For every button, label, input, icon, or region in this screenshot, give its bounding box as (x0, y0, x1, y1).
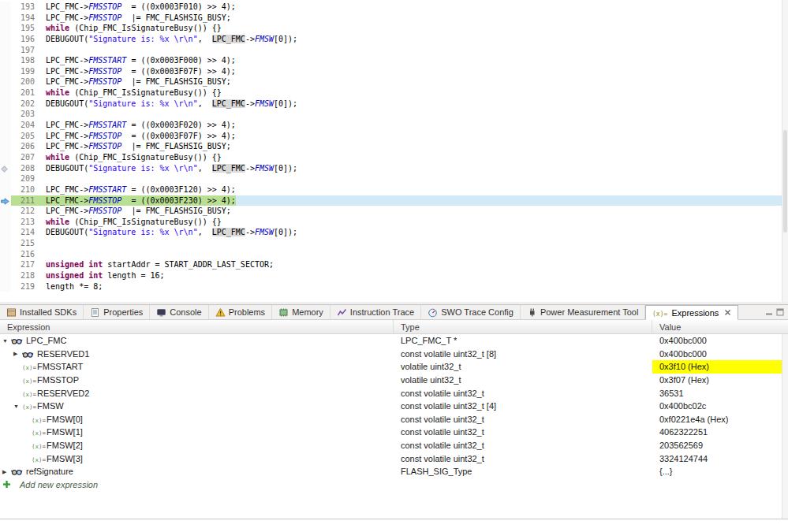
add-new-expression-row[interactable]: Add new expression (0, 478, 788, 492)
variable-icon: (x)= (22, 375, 36, 385)
tab-label: Problems (229, 307, 265, 317)
type-cell: const volatile uint32_t (394, 386, 652, 400)
code-line-219[interactable]: 219length *= 8; (0, 281, 788, 292)
code-line-201[interactable]: 201while (Chip_FMC_IsSignatureBusy()) {} (0, 87, 788, 99)
tab-installed-sdks[interactable]: Installed SDKs (0, 305, 84, 319)
code-line-195[interactable]: 195while (Chip_FMC_IsSignatureBusy()) {} (0, 23, 788, 34)
collapse-arrow-icon[interactable]: ▼ (13, 404, 22, 409)
svg-text:(x)=: (x)= (22, 364, 36, 371)
marker-margin (0, 23, 11, 34)
code-token: LPC_FMC-> (46, 77, 88, 86)
value-cell: 0x400bc000 (652, 348, 788, 361)
code-line-203[interactable]: 203 (0, 109, 788, 120)
expression-row-fmsstart[interactable]: (x)=FMSSTARTvolatile uint32_t0x3f10 (Hex… (0, 360, 788, 374)
code-line-202[interactable]: 202DEBUGOUT("Signature is: %x \r\n", LPC… (0, 99, 788, 110)
code-line-198[interactable]: 198LPC_FMC->FMSSTART = ((0x0003F000) >> … (0, 55, 788, 66)
variable-icon: (x)= (32, 454, 46, 463)
tab-memory[interactable]: Memory (272, 305, 331, 319)
line-number: 197 (11, 45, 42, 56)
code-token: [0]); (274, 164, 297, 173)
code-text: unsigned int length = 16; (42, 270, 165, 281)
line-number: 200 (11, 76, 42, 87)
code-line-204[interactable]: 204LPC_FMC->FMSSTART = ((0x0003F020) >> … (0, 120, 788, 131)
expression-row-lpc-fmc[interactable]: ▼LPC_FMCLPC_FMC_T *0x400bc000 (0, 334, 788, 348)
tab-swo-trace-config[interactable]: SWO Trace Config (421, 305, 521, 319)
marker-margin (0, 45, 11, 56)
value-cell: 0x3f07 (Hex) (652, 374, 788, 387)
collapse-arrow-icon[interactable]: ▼ (2, 338, 11, 344)
code-line-194[interactable]: 194LPC_FMC->FMSSTOP |= FMC_FLASHSIG_BUSY… (0, 13, 788, 24)
table-scrollbar[interactable] (782, 334, 788, 519)
editor-scrollbar-thumb[interactable] (783, 130, 787, 233)
expression-row-fmsstop[interactable]: (x)=FMSSTOPvolatile uint32_t0x3f07 (Hex) (0, 374, 788, 387)
code-line-218[interactable]: 218unsigned int length = 16; (0, 270, 788, 281)
editor-scrollbar[interactable] (782, 0, 788, 302)
expression-cell: ▶RESERVED1 (0, 348, 394, 361)
expand-arrow-icon[interactable]: ▶ (13, 351, 22, 356)
view-controls (761, 305, 788, 319)
expression-row-fmsw[interactable]: ▼(x)=FMSWconst volatile uint32_t [4]0x40… (0, 400, 788, 413)
code-line-197[interactable]: 197 (0, 45, 788, 56)
expression-row-reserved2[interactable]: (x)=RESERVED2const volatile uint32_t3653… (0, 386, 788, 400)
line-number: 208 (11, 163, 42, 174)
tab-power-measurement-tool[interactable]: Power Measurement Tool (521, 305, 646, 319)
code-editor[interactable]: 193LPC_FMC->FMSSTOP = ((0x0003F010) >> 4… (0, 0, 788, 302)
tab-expressions[interactable]: (x)=Expressions (645, 305, 738, 320)
code-text: length *= 8; (42, 281, 103, 292)
line-number: 194 (11, 13, 42, 24)
code-line-205[interactable]: 205LPC_FMC->FMSSTOP = ((0x0003F07F) >> 4… (0, 131, 788, 142)
code-line-215[interactable]: 215 (0, 238, 788, 249)
tab-instruction-trace[interactable]: Instruction Trace (331, 305, 421, 319)
expression-row-refsignature[interactable]: ▶refSignatureFLASH_SIG_Type{...} (0, 465, 788, 478)
marker-margin (0, 55, 11, 66)
code-token: length *= 8; (46, 282, 103, 291)
svg-text:(x)=: (x)= (22, 390, 36, 397)
expression-row-fmsw-3[interactable]: (x)=FMSW[3]const volatile uint32_t332412… (0, 452, 788, 465)
code-token: FMSSTOP (88, 67, 121, 76)
code-line-207[interactable]: 207while (Chip_FMC_IsSignatureBusy()) {} (0, 152, 788, 163)
expression-row-fmsw-0[interactable]: (x)=FMSW[0]const volatile uint32_t0xf022… (0, 413, 788, 426)
tab-console[interactable]: Console (150, 305, 208, 319)
svg-text:(x)=: (x)= (32, 430, 46, 437)
code-line-212[interactable]: 212LPC_FMC->FMSSTOP |= FMC_FLASHSIG_BUSY… (0, 206, 788, 217)
expression-row-fmsw-1[interactable]: (x)=FMSW[1]const volatile uint32_t406232… (0, 426, 788, 439)
type-cell: const volatile uint32_t (394, 452, 652, 465)
expand-arrow-icon[interactable]: ▶ (2, 469, 11, 474)
tab-properties[interactable]: Properties (84, 305, 150, 319)
code-line-210[interactable]: 210LPC_FMC->FMSSTART = ((0x0003F120) >> … (0, 184, 788, 195)
column-header-expression[interactable]: Expression (0, 320, 394, 333)
close-icon[interactable] (724, 309, 731, 316)
code-line-193[interactable]: 193LPC_FMC->FMSSTOP = ((0x0003F010) >> 4… (0, 2, 788, 13)
code-line-208[interactable]: 208DEBUGOUT("Signature is: %x \r\n", LPC… (0, 163, 788, 174)
code-line-199[interactable]: 199LPC_FMC->FMSSTOP = ((0x0003F07F) >> 4… (0, 66, 788, 77)
code-line-211[interactable]: 211LPC_FMC->FMSSTOP = ((0x0003F230) >> 4… (0, 195, 788, 206)
maximize-icon[interactable] (776, 305, 784, 319)
minimize-icon[interactable] (765, 305, 773, 319)
code-line-213[interactable]: 213while (Chip_FMC_IsSignatureBusy()) {} (0, 217, 788, 228)
code-token: |= FMC_FLASHSIG_BUSY; (121, 142, 230, 151)
code-line-214[interactable]: 214DEBUGOUT("Signature is: %x \r\n", LPC… (0, 227, 788, 238)
code-line-209[interactable]: 209 (0, 173, 788, 184)
column-header-type[interactable]: Type (394, 320, 652, 333)
code-token: unsigned (46, 260, 84, 269)
code-token: while (46, 153, 69, 162)
code-token: DEBUGOUT( (46, 35, 88, 43)
memory-chip-icon (278, 307, 289, 318)
expression-row-fmsw-2[interactable]: (x)=FMSW[2]const volatile uint32_t203562… (0, 439, 788, 452)
tab-problems[interactable]: Problems (209, 305, 272, 319)
code-line-217[interactable]: 217unsigned int startAddr = START_ADDR_L… (0, 259, 788, 270)
code-token: LPC_FMC (212, 99, 245, 108)
line-number: 212 (11, 206, 42, 217)
code-token: LPC_FMC-> (46, 67, 88, 76)
column-header-value[interactable]: Value (652, 320, 788, 333)
code-line-206[interactable]: 206LPC_FMC->FMSSTOP |= FMC_FLASHSIG_BUSY… (0, 141, 788, 152)
code-line-196[interactable]: 196DEBUGOUT("Signature is: %x \r\n", LPC… (0, 34, 788, 45)
code-line-200[interactable]: 200LPC_FMC->FMSSTOP |= FMC_FLASHSIG_BUSY… (0, 76, 788, 87)
add-expression-icon[interactable] (2, 480, 17, 489)
code-line-216[interactable]: 216 (0, 249, 788, 260)
power-plug-icon (527, 307, 537, 318)
marker-margin (0, 13, 11, 24)
code-token: "Signature is: %x \r\n" (88, 35, 197, 43)
expression-row-reserved1[interactable]: ▶RESERVED1const volatile uint32_t [8]0x4… (0, 348, 788, 361)
tab-label: Console (170, 307, 201, 317)
